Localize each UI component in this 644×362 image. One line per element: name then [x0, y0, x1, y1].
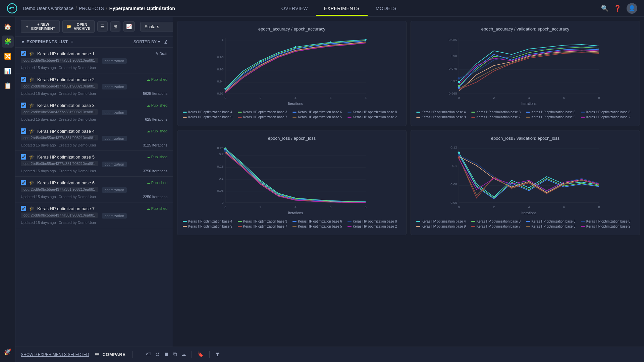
- svg-text:0.975: 0.975: [449, 67, 457, 70]
- sidebar-dataview[interactable]: 🔀: [2, 50, 14, 62]
- compare-button[interactable]: COMPARE: [94, 352, 125, 358]
- svg-text:6: 6: [563, 96, 565, 100]
- exp-checkbox[interactable]: [21, 128, 26, 134]
- exp-updated: Updated 15 days ago: [21, 221, 56, 225]
- stop-icon[interactable]: ⏹: [164, 351, 169, 358]
- svg-text:0.1: 0.1: [452, 164, 457, 168]
- reset-icon[interactable]: ↺: [155, 351, 160, 358]
- card-view-button[interactable]: ⊞: [110, 21, 120, 32]
- exp-checkbox[interactable]: [21, 103, 26, 108]
- exp-type-icon: 🎓: [29, 154, 35, 160]
- svg-text:0.1: 0.1: [219, 177, 224, 180]
- sidebar-home[interactable]: 🏠: [2, 21, 14, 33]
- table-view-button[interactable]: ☰: [97, 21, 108, 32]
- svg-text:4: 4: [294, 205, 297, 209]
- upload-icon[interactable]: ☁: [181, 351, 186, 358]
- experiment-item-7[interactable]: 🎓 Keras HP optimization base 7 ☁ Publish…: [15, 202, 173, 228]
- exp-type-icon: 🎓: [29, 180, 35, 185]
- archive-icon: 📂: [67, 24, 72, 29]
- chart-title-bl: epoch_loss / epoch_loss: [183, 136, 401, 141]
- svg-text:0.92: 0.92: [217, 92, 223, 95]
- chart-epoch-loss: epoch_loss / epoch_loss 0 0.05 0.1 0.15 …: [177, 130, 407, 235]
- list-options-icon[interactable]: ≡: [70, 39, 73, 45]
- svg-text:4: 4: [528, 96, 530, 100]
- svg-point-83: [458, 154, 460, 157]
- plus-icon: ＋: [25, 24, 29, 29]
- svg-point-0: [7, 4, 17, 13]
- workspace-label[interactable]: Demo User's workspace: [23, 6, 73, 11]
- tab-overview[interactable]: OVERVIEW: [273, 1, 316, 16]
- svg-text:0.98: 0.98: [450, 54, 457, 58]
- chart-legend-tl: Keras HP optimization base 4 Keras HP op…: [183, 109, 401, 120]
- svg-text:0.15: 0.15: [217, 165, 224, 168]
- svg-text:0.06: 0.06: [450, 201, 457, 204]
- app-logo[interactable]: [7, 3, 17, 14]
- experiment-list: 🎓 Keras HP optimization base 1 ✎ Draft o…: [15, 48, 173, 362]
- sep2: /: [106, 6, 107, 11]
- exp-type-icon: 🎓: [29, 51, 35, 56]
- svg-text:0.08: 0.08: [450, 182, 457, 186]
- sidebar-deploy[interactable]: 🚀: [2, 346, 14, 358]
- sidebar-pipelines[interactable]: 📋: [2, 80, 14, 92]
- exp-name: Keras HP optimization base 7: [37, 206, 144, 211]
- bookmark-icon[interactable]: 🔖: [197, 351, 204, 358]
- svg-point-41: [458, 81, 460, 83]
- svg-text:0.985: 0.985: [449, 38, 457, 42]
- sidebar-reports[interactable]: 📊: [2, 65, 14, 77]
- svg-text:8: 8: [365, 205, 367, 209]
- collapse-all-icon[interactable]: ▼: [21, 40, 25, 45]
- exp-created-by: Created by Demo User: [59, 92, 97, 96]
- scalars-dropdown[interactable]: Scalars ▾: [140, 22, 173, 32]
- experiment-item-6[interactable]: 🎓 Keras HP optimization base 6 ☁ Publish…: [15, 177, 173, 202]
- experiment-item-3[interactable]: 🎓 Keras HP optimization base 3 ☁ Publish…: [15, 99, 173, 125]
- svg-point-22: [330, 41, 332, 43]
- projects-label[interactable]: PROJECTS: [79, 6, 104, 11]
- exp-created-by: Created by Demo User: [59, 169, 97, 173]
- exp-checkbox[interactable]: [21, 154, 26, 160]
- scalars-label: Scalars: [145, 24, 159, 29]
- svg-point-20: [260, 60, 262, 62]
- svg-text:4: 4: [294, 96, 297, 100]
- show-selected-button[interactable]: SHOW 9 EXPERIMENTS SELECTED: [21, 352, 89, 357]
- experiment-item-4[interactable]: 🎓 Keras HP optimization base 4 ☁ Publish…: [15, 125, 173, 151]
- exp-type-icon: 🎓: [29, 206, 35, 211]
- open-archive-button[interactable]: 📂 OPEN ARCHIVE: [62, 20, 95, 33]
- exp-checkbox[interactable]: [21, 51, 26, 56]
- tab-models[interactable]: MODELS: [368, 1, 405, 16]
- svg-text:0: 0: [458, 205, 460, 209]
- new-experiment-button[interactable]: ＋ + NEW EXPERIMENT: [21, 20, 60, 33]
- experiment-item-5[interactable]: 🎓 Keras HP optimization base 5 ☁ Publish…: [15, 151, 173, 177]
- breadcrumb: Demo User's workspace / PROJECTS / Hyper…: [23, 6, 175, 11]
- exp-checkbox[interactable]: [21, 77, 26, 82]
- chart-title-tr: epoch_accuracy / validation: epoch_accur…: [416, 26, 634, 32]
- tab-experiments[interactable]: EXPERIMENTS: [316, 1, 368, 16]
- svg-text:0: 0: [224, 205, 226, 209]
- delete-icon[interactable]: 🗑: [215, 351, 220, 358]
- exp-tag: optimization: [102, 58, 127, 64]
- sorted-by-button[interactable]: SORTED BY ▾: [133, 40, 160, 44]
- svg-text:0.98: 0.98: [217, 55, 224, 59]
- chart-svg-tr: 0.965 0.97 0.975 0.98 0.985 0 2 4 6 8 It…: [416, 34, 634, 108]
- exp-opt: opt: 2bd8e0bc55ae4377a381f908210ea881: [21, 58, 98, 63]
- sep: [192, 351, 192, 358]
- experiment-item-1[interactable]: 🎓 Keras HP optimization base 1 ✎ Draft o…: [15, 48, 173, 73]
- exp-tag: optimization: [102, 136, 127, 141]
- tag-icon[interactable]: 🏷: [146, 351, 151, 358]
- svg-text:Iterations: Iterations: [288, 211, 303, 215]
- chart-view-button[interactable]: 📈: [123, 21, 135, 32]
- user-avatar[interactable]: 👤: [627, 3, 637, 14]
- top-nav: Demo User's workspace / PROJECTS / Hyper…: [0, 0, 644, 17]
- exp-checkbox[interactable]: [21, 180, 26, 185]
- exp-iterations: 2250 Iterations: [143, 195, 167, 199]
- exp-updated: Updated 15 days ago: [21, 117, 56, 121]
- svg-text:0: 0: [458, 96, 460, 100]
- svg-text:Iterations: Iterations: [521, 102, 537, 106]
- help-icon[interactable]: ❓: [614, 5, 621, 12]
- search-icon[interactable]: 🔍: [601, 5, 608, 12]
- exp-checkbox[interactable]: [21, 206, 26, 211]
- charts-grid: epoch_accuracy / epoch_accuracy 0.92 0.9…: [177, 21, 640, 235]
- experiment-item-2[interactable]: 🎓 Keras HP optimization base 2 ☁ Publish…: [15, 73, 173, 99]
- sidebar-experiments[interactable]: 🧩: [2, 36, 14, 48]
- copy-icon[interactable]: ⧉: [173, 351, 177, 358]
- filter-icon[interactable]: ⊻: [164, 39, 167, 45]
